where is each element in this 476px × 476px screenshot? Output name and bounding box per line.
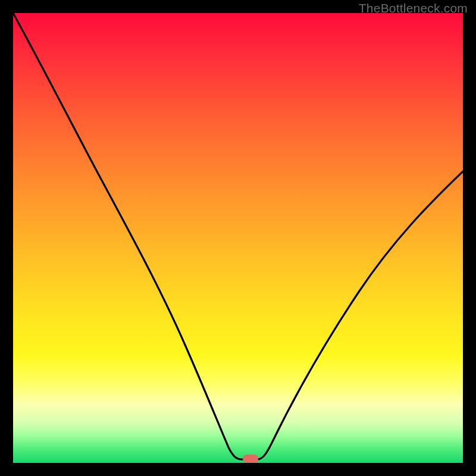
plot-area (13, 13, 463, 463)
curve-path (13, 13, 463, 459)
bottleneck-curve (13, 13, 463, 463)
chart-frame: TheBottleneck.com (0, 0, 476, 476)
optimal-point-marker (243, 455, 258, 463)
